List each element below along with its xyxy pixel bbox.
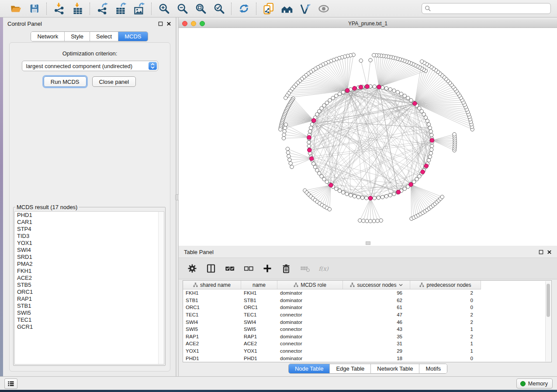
task-history-button[interactable] xyxy=(4,378,17,389)
table-scrollbar-thumb[interactable] xyxy=(547,284,550,317)
tab-edge-table[interactable]: Edge Table xyxy=(330,364,371,373)
table-row[interactable]: SWI4SWI4dominator462 xyxy=(183,318,551,326)
gear-icon xyxy=(187,263,197,274)
mcds-panel: Optimization criterion: largest connecte… xyxy=(9,42,170,371)
mcds-result-item[interactable]: SWI4 xyxy=(15,247,164,254)
column-header-shared-name[interactable]: shared name xyxy=(183,281,241,289)
export-network-icon xyxy=(97,3,108,14)
save-session-button[interactable] xyxy=(28,3,40,15)
show-hidden-button[interactable] xyxy=(318,3,330,15)
zoom-in-button[interactable] xyxy=(158,3,170,15)
table-settings-button[interactable] xyxy=(187,263,198,274)
import-network-button[interactable] xyxy=(53,3,65,15)
hide-selected-button[interactable] xyxy=(299,3,311,15)
table-cell: 31 xyxy=(343,341,410,346)
memory-button[interactable]: Memory xyxy=(516,378,553,389)
mcds-result-item[interactable]: STB1 xyxy=(15,303,164,309)
table-row[interactable]: TEC1TEC1connector472 xyxy=(183,311,551,319)
table-row[interactable]: RAP1RAP1dominator352 xyxy=(183,333,551,340)
mcds-result-item[interactable]: GCR1 xyxy=(15,323,164,330)
mcds-result-item[interactable]: FKH1 xyxy=(15,268,164,275)
table-cell: 1 xyxy=(410,348,481,354)
table-row[interactable]: ORC1ORC1dominator610 xyxy=(183,304,551,311)
refresh-view-button[interactable] xyxy=(238,3,250,15)
table-cell: 1 xyxy=(410,341,481,346)
tab-node-table[interactable]: Node Table xyxy=(289,364,330,373)
canvas-splitter-knob[interactable] xyxy=(366,241,370,245)
mcds-result-item[interactable]: ORC1 xyxy=(15,289,164,296)
node-table: shared name name MCDS role successor nod… xyxy=(183,280,552,362)
close-panel-button[interactable]: Close panel xyxy=(92,76,136,87)
table-cell: 1 xyxy=(410,327,481,332)
mcds-result-item[interactable]: PHD1 xyxy=(15,212,164,219)
table-cell: 46 xyxy=(343,320,410,325)
run-mcds-button[interactable]: Run MCDS xyxy=(44,76,86,87)
zoom-selected-button[interactable] xyxy=(213,3,225,15)
mcds-result-item[interactable]: YOX1 xyxy=(15,240,164,247)
table-row[interactable]: YOX1YOX1connector291 xyxy=(183,347,551,355)
network-canvas[interactable] xyxy=(179,28,557,246)
search-input[interactable] xyxy=(431,6,548,12)
mcds-result-list[interactable]: PHD1CAR1STP4TID3YOX1SWI4SRD1PMA2FKH1ACE2… xyxy=(14,211,164,364)
table-cell: ORC1 xyxy=(241,305,277,310)
mcds-result-item[interactable]: STB5 xyxy=(15,282,164,289)
criterion-dropdown[interactable]: largest connected component (undirected) xyxy=(22,61,158,71)
mcds-result-item[interactable]: ACE2 xyxy=(15,275,164,282)
close-window-icon[interactable] xyxy=(182,21,187,26)
mcds-result-item[interactable]: CAR1 xyxy=(15,219,164,226)
column-header-name[interactable]: name xyxy=(241,281,277,289)
mcds-result-item[interactable]: TEC1 xyxy=(15,316,164,323)
table-row[interactable]: ACE2ACE2connector311 xyxy=(183,340,551,347)
table-cell: dominator xyxy=(277,320,343,325)
close-panel-icon[interactable] xyxy=(166,21,171,26)
table-row[interactable]: STB1STB1dominator620 xyxy=(183,297,551,304)
tab-select[interactable]: Select xyxy=(90,32,118,41)
export-network-button[interactable] xyxy=(96,3,108,15)
mcds-result-item[interactable]: RAP1 xyxy=(15,296,164,303)
tab-network-table[interactable]: Network Table xyxy=(371,364,419,373)
unselect-all-columns-button[interactable] xyxy=(243,263,254,274)
select-all-columns-button[interactable] xyxy=(224,263,235,274)
table-cell: 96 xyxy=(343,290,410,296)
minimize-window-icon[interactable] xyxy=(191,21,196,26)
refresh-icon xyxy=(238,3,250,14)
create-column-button[interactable] xyxy=(262,263,273,274)
mcds-list-scrollbar[interactable] xyxy=(158,212,164,364)
table-cell: TEC1 xyxy=(241,312,277,317)
export-image-button[interactable] xyxy=(133,3,145,15)
tab-network[interactable]: Network xyxy=(31,32,65,41)
mcds-result-item[interactable]: SWI5 xyxy=(15,309,164,316)
table-cell: RAP1 xyxy=(183,334,241,339)
tab-motifs[interactable]: Motifs xyxy=(419,364,447,373)
import-table-button[interactable] xyxy=(71,3,83,15)
float-panel-icon[interactable] xyxy=(539,250,543,254)
table-row[interactable]: SWI5SWI5connector431 xyxy=(183,326,551,333)
clone-network-button[interactable] xyxy=(263,3,275,15)
search-box[interactable] xyxy=(422,3,551,14)
column-header-mcds-role[interactable]: MCDS role xyxy=(277,281,343,289)
open-session-button[interactable] xyxy=(10,3,22,15)
close-panel-icon[interactable] xyxy=(547,250,552,254)
desktop-background-left xyxy=(0,17,3,390)
zoom-fit-button[interactable] xyxy=(194,3,207,15)
delete-column-button[interactable] xyxy=(280,263,292,274)
column-header-successor-nodes[interactable]: successor nodes xyxy=(343,281,410,289)
table-panel-tabs: Node Table Edge Table Network Table Moti… xyxy=(179,361,557,376)
first-neighbors-button[interactable] xyxy=(281,3,293,15)
tab-mcds[interactable]: MCDS xyxy=(118,32,147,41)
criterion-value: largest connected component (undirected) xyxy=(26,63,133,69)
export-table-button[interactable] xyxy=(114,3,127,15)
float-panel-icon[interactable] xyxy=(158,21,163,26)
table-row[interactable]: FKH1FKH1dominator962 xyxy=(183,289,551,297)
zoom-out-button[interactable] xyxy=(176,3,188,15)
column-header-predecessor-nodes[interactable]: predecessor nodes xyxy=(410,281,481,289)
mcds-result-item[interactable]: PMA2 xyxy=(15,261,164,268)
maximize-window-icon[interactable] xyxy=(200,21,205,26)
show-columns-button[interactable] xyxy=(205,263,217,274)
tab-style[interactable]: Style xyxy=(65,32,90,41)
mcds-result-item[interactable]: TID3 xyxy=(15,233,164,240)
table-scrollbar[interactable] xyxy=(545,281,551,361)
mcds-result-item[interactable]: SRD1 xyxy=(15,254,164,261)
mcds-result-item[interactable]: STP4 xyxy=(15,226,164,233)
network-window-titlebar[interactable]: YPA_prune.txt_1 xyxy=(179,19,557,28)
